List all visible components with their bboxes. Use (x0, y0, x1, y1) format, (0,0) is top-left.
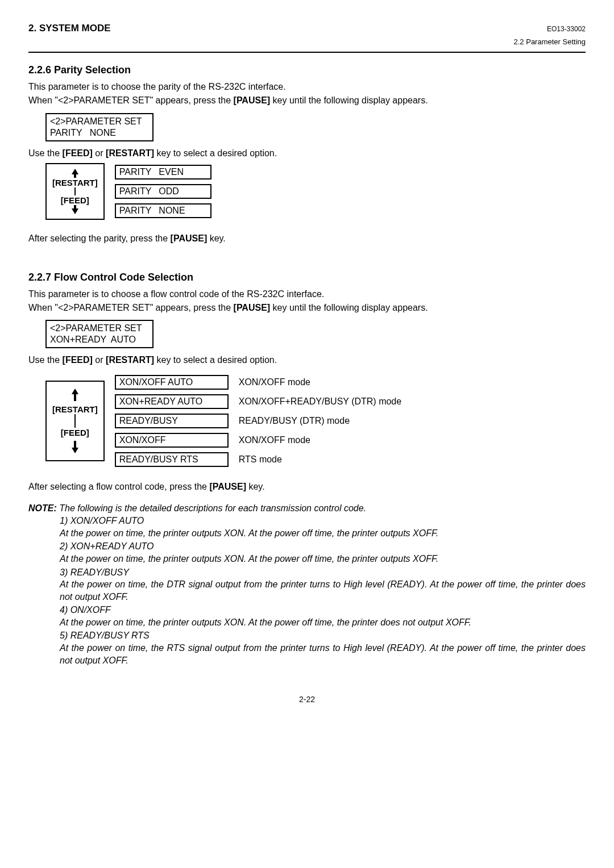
list-item: 2) XON+READY AUTOAt the power on time, t… (60, 540, 586, 565)
key-pause: [PAUSE] (171, 233, 208, 243)
nav-label-feed: [FEED] (61, 195, 89, 205)
option-description: XON/XOFF mode (239, 375, 407, 390)
parity-paragraph-2: When "<2>PARAMETER SET" appears, press t… (28, 94, 586, 107)
item-number: 3) (60, 567, 70, 577)
arrow-down-icon (70, 205, 80, 215)
arrow-up-icon (70, 168, 80, 178)
text-fragment: key. (207, 233, 226, 243)
list-item: 5) READY/BUSY RTSAt the power on time, t… (60, 629, 586, 666)
table-row: READY/BUSY RTSRTS mode (115, 452, 407, 467)
item-title: READY/BUSY (70, 567, 129, 577)
item-number: 2) (60, 541, 70, 551)
item-title: ON/XOFF (70, 605, 111, 615)
lcd-parity-initial: <2>PARAMETER SET PARITY NONE (45, 113, 154, 141)
option-description: XON/XOFF mode (239, 433, 407, 448)
nav-label-restart: [RESTART] (52, 404, 98, 414)
lcd-parity-odd: PARITY ODD (115, 184, 211, 199)
arrow-up-icon (70, 387, 80, 401)
item-body: At the power on time, the printer output… (60, 553, 586, 565)
text-fragment: key. (246, 482, 265, 491)
nav-arrows-box: [RESTART] [FEED] (45, 163, 105, 220)
text-fragment: or (93, 355, 106, 365)
text-fragment: key to select a desired option. (154, 355, 277, 365)
nav-divider-line (74, 187, 76, 195)
nav-label-feed: [FEED] (61, 428, 89, 437)
header-rule (28, 52, 586, 53)
text-fragment: key until the following display appears. (270, 95, 428, 105)
table-row: XON+READY AUTOXON/XOFF+READY/BUSY (DTR) … (115, 394, 407, 409)
svg-rect-0 (74, 187, 76, 195)
text-fragment: Use the (28, 355, 63, 365)
option-description: RTS mode (239, 452, 407, 467)
lcd-parity-even: PARITY EVEN (115, 165, 211, 180)
text-fragment: When "<2>PARAMETER SET" appears, press t… (28, 95, 234, 105)
lcd-option: READY/BUSY RTS (115, 452, 229, 467)
lcd-line-1: <2>PARAMETER SET (50, 323, 142, 333)
flow-options-table: XON/XOFF AUTOXON/XOFF mode XON+READY AUT… (115, 370, 407, 471)
lcd-option: XON/XOFF AUTO (115, 375, 229, 390)
key-feed: [FEED] (63, 355, 93, 365)
note-label: NOTE: (28, 503, 59, 513)
text-fragment: or (93, 148, 106, 158)
key-pause: [PAUSE] (209, 482, 246, 491)
arrow-down-icon (70, 441, 80, 454)
section-title-parity: 2.2.6 Parity Selection (28, 64, 586, 76)
option-description: READY/BUSY (DTR) mode (239, 414, 407, 428)
svg-rect-1 (74, 414, 76, 428)
text-fragment: When "<2>PARAMETER SET" appears, press t… (28, 303, 234, 312)
flow-paragraph-4: After selecting a flow control code, pre… (28, 481, 586, 493)
note-block: NOTE: The following is the detailed desc… (28, 503, 586, 666)
item-number: 1) (60, 516, 70, 525)
item-title: XON+READY AUTO (70, 541, 154, 551)
table-row: XON/XOFFXON/XOFF mode (115, 433, 407, 448)
note-list: 1) XON/XOFF AUTOAt the power on time, th… (60, 515, 586, 666)
text-fragment: key to select a desired option. (154, 148, 277, 158)
item-number: 4) (60, 605, 70, 615)
lcd-option: XON/XOFF (115, 433, 229, 448)
nav-divider-line (74, 414, 76, 428)
header-subsection: 2.2 Parameter Setting (28, 37, 586, 46)
key-restart: [RESTART] (106, 355, 154, 365)
table-row: XON/XOFF AUTOXON/XOFF mode (115, 375, 407, 390)
text-fragment: After selecting a flow control code, pre… (28, 482, 209, 491)
lcd-line-1: <2>PARAMETER SET (50, 116, 142, 126)
item-body: At the power on time, the RTS signal out… (60, 642, 586, 666)
text-fragment: key until the following display appears. (270, 303, 428, 312)
note-lead-text: The following is the detailed descriptio… (59, 503, 366, 513)
item-title: XON/XOFF AUTO (70, 516, 144, 525)
parity-paragraph-4: After selecting the parity, press the [P… (28, 232, 586, 245)
key-pause: [PAUSE] (234, 95, 271, 105)
nav-arrows-box: [RESTART] [FEED] (45, 381, 105, 461)
page-number: 2-22 (28, 695, 586, 704)
item-body: At the power on time, the DTR signal out… (60, 578, 586, 603)
flow-paragraph-1: This parameter is to choose a flow contr… (28, 288, 586, 301)
item-number: 5) (60, 631, 70, 640)
section-title-flow-control: 2.2.7 Flow Control Code Selection (28, 272, 586, 283)
lcd-flow-initial: <2>PARAMETER SET XON+READY AUTO (45, 320, 154, 348)
key-feed: [FEED] (63, 148, 93, 158)
parity-paragraph-3: Use the [FEED] or [RESTART] key to selec… (28, 147, 586, 160)
item-body: At the power on time, the printer output… (60, 527, 586, 540)
lcd-parity-none: PARITY NONE (115, 203, 211, 218)
text-fragment: Use the (28, 148, 63, 158)
option-description: XON/XOFF+READY/BUSY (DTR) mode (239, 394, 407, 409)
table-row: READY/BUSYREADY/BUSY (DTR) mode (115, 414, 407, 428)
list-item: 1) XON/XOFF AUTOAt the power on time, th… (60, 515, 586, 539)
item-title: READY/BUSY RTS (70, 631, 150, 640)
text-fragment: After selecting the parity, press the (28, 233, 171, 243)
key-restart: [RESTART] (106, 148, 154, 158)
key-pause: [PAUSE] (234, 303, 271, 312)
parity-paragraph-1: This parameter is to choose the parity o… (28, 81, 586, 93)
item-body: At the power on time, the printer output… (60, 616, 586, 629)
nav-label-restart: [RESTART] (52, 178, 98, 187)
lcd-line-2: XON+READY AUTO (50, 335, 136, 344)
header-doc-number: EO13-33002 (547, 25, 586, 33)
header-section-title: 2. SYSTEM MODE (28, 23, 111, 34)
list-item: 3) READY/BUSYAt the power on time, the D… (60, 566, 586, 603)
lcd-option: READY/BUSY (115, 414, 229, 428)
lcd-option: XON+READY AUTO (115, 394, 229, 409)
lcd-line-2: PARITY NONE (50, 128, 116, 137)
flow-paragraph-2: When "<2>PARAMETER SET" appears, press t… (28, 302, 586, 314)
list-item: 4) ON/XOFFAt the power on time, the prin… (60, 604, 586, 628)
flow-paragraph-3: Use the [FEED] or [RESTART] key to selec… (28, 354, 586, 366)
